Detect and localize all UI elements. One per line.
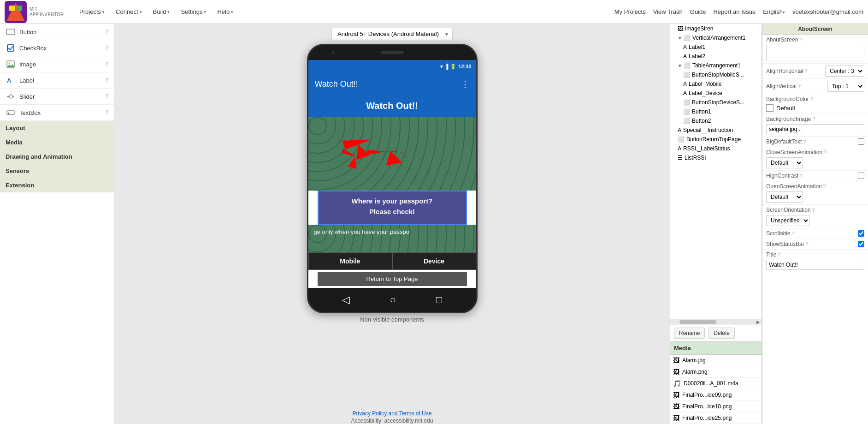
user-email[interactable]: voetexshooter@gmail.com (792, 8, 863, 15)
return-btn[interactable]: Return to Top Page (318, 272, 467, 286)
tree-item-verticalarrangement1[interactable]: ▼ ⬜ VerticalArrangement1 (670, 33, 762, 42)
label-help[interactable]: ? (105, 77, 108, 84)
image-help[interactable]: ? (105, 61, 108, 67)
collapse-ta1[interactable]: ▼ (678, 63, 682, 68)
showstatusbar-help[interactable]: ? (806, 241, 809, 247)
collapse-va1[interactable]: ▼ (678, 36, 682, 41)
logo-subtitle: APP INVENTOR (30, 12, 64, 18)
palette-image[interactable]: Image ? (0, 56, 114, 72)
checkbox-help[interactable]: ? (105, 45, 108, 51)
tree-item-labelmobile[interactable]: A Label_Mobile (670, 79, 762, 89)
title-help[interactable]: ? (778, 252, 780, 257)
tree-item-imagesiren[interactable]: 🖼 ImageSiren (670, 24, 762, 33)
media-item-alarm-png[interactable]: 🖼 Alarm.png (670, 366, 762, 378)
nav-projects[interactable]: Projects▾ (75, 6, 109, 18)
slider-help[interactable]: ? (105, 93, 108, 100)
button-icon (6, 27, 16, 37)
scrollable-help[interactable]: ? (792, 231, 795, 236)
delete-button[interactable]: Delete (709, 328, 735, 339)
tree-item-labeldevice[interactable]: A Label_Device (670, 89, 762, 98)
tree-item-label1[interactable]: A Label1 (670, 42, 762, 52)
tree-scroll-right-arrow[interactable]: ▶ (755, 319, 761, 325)
alignhorizontal-select[interactable]: Center : 3 (825, 66, 864, 77)
tree-item-label2[interactable]: A Label2 (670, 52, 762, 61)
my-projects-link[interactable]: My Projects (614, 8, 646, 15)
media-image-icon-2: 🖼 (673, 368, 679, 376)
scrollable-checkbox[interactable] (858, 230, 864, 237)
device-button[interactable]: Device (392, 252, 476, 270)
tree-item-listrssi[interactable]: ☰ ListRSSI (670, 153, 762, 162)
section-drawing[interactable]: Drawing and Animation (0, 149, 114, 164)
nav-build[interactable]: Build▾ (148, 6, 175, 18)
report-issue-link[interactable]: Report an Issue (713, 8, 756, 15)
bgcolor-value[interactable]: Default (766, 104, 795, 112)
view-trash-link[interactable]: View Trash (653, 8, 683, 15)
palette-checkbox[interactable]: CheckBox ? (0, 40, 114, 56)
overflow-menu-icon[interactable]: ⋮ (461, 78, 470, 90)
openscreenanim-select[interactable]: Default (766, 191, 803, 203)
media-item-audio[interactable]: 🎵 D00020ll...A_001.m4a (670, 378, 762, 389)
palette-textbox[interactable]: TextBox ? (0, 105, 114, 121)
guide-link[interactable]: Guide (690, 8, 706, 15)
recent-button[interactable]: □ (436, 294, 442, 306)
tree-item-rssllabelstatus[interactable]: A RSSL_LabelStatus (670, 144, 762, 153)
tree-horizontal-scrollbar[interactable]: ▶ (670, 319, 762, 324)
mobile-button[interactable]: Mobile (308, 252, 392, 270)
palette-button[interactable]: Button ? (0, 24, 114, 40)
highcontrast-checkbox[interactable] (858, 173, 864, 179)
home-button[interactable]: ○ (390, 294, 396, 306)
bgimage-input[interactable] (766, 124, 864, 134)
openanim-help[interactable]: ? (823, 184, 826, 189)
media-label-audio: D00020ll...A_001.m4a (684, 380, 738, 387)
button-help[interactable]: ? (105, 29, 108, 35)
tree-item-buttonstopmobiles[interactable]: ⬜ ButtonStopMobileS... (670, 70, 762, 79)
section-sensors[interactable]: Sensors (0, 164, 114, 178)
palette-label[interactable]: A Label ? (0, 72, 114, 89)
alignv-help[interactable]: ? (798, 84, 801, 89)
prop-label-title: Title ? (766, 251, 780, 258)
image-tree-icon: 🖼 (678, 25, 683, 32)
svg-rect-2 (9, 6, 15, 11)
alignvertical-select[interactable]: Top : 1 (827, 81, 864, 92)
aboutscreen-input[interactable] (766, 45, 864, 61)
rename-button[interactable]: Rename (674, 328, 705, 339)
showstatusbar-checkbox[interactable] (858, 241, 864, 247)
tree-item-buttonreturntoppage[interactable]: ⬜ ButtonReturnTopPage (670, 135, 762, 144)
device-select-wrapper[interactable]: Android 5+ Devices (Android Material) (331, 28, 453, 40)
highcontrast-help[interactable]: ? (800, 173, 803, 179)
screenorientation-select[interactable]: Unspecified (766, 215, 810, 226)
nav-help[interactable]: Help▾ (213, 6, 238, 18)
bgcolor-help[interactable]: ? (810, 96, 813, 102)
bigdefaulttext-checkbox[interactable] (858, 138, 864, 145)
section-layout[interactable]: Layout (0, 121, 114, 135)
title-input[interactable] (766, 260, 864, 270)
bgimage-help[interactable]: ? (812, 116, 815, 122)
logo[interactable]: MIT APP INVENTOR (5, 1, 64, 23)
textbox-help[interactable]: ? (105, 109, 108, 116)
media-item-finalpro10[interactable]: 🖼 FinalPro...ide10.png (670, 401, 762, 412)
language-selector[interactable]: English▾ (763, 8, 785, 15)
palette-slider[interactable]: Slider ? (0, 89, 114, 105)
device-select[interactable]: Android 5+ Devices (Android Material) (331, 28, 453, 40)
tree-item-buttonstopdevices[interactable]: ⬜ ButtonStopDeviceS... (670, 98, 762, 107)
alignh-help[interactable]: ? (805, 68, 808, 74)
nav-connect[interactable]: Connect▾ (111, 6, 146, 18)
tree-item-button2[interactable]: ⬜ Button2 (670, 116, 762, 125)
bigdefault-help[interactable]: ? (803, 139, 806, 144)
section-extension[interactable]: Extension (0, 178, 114, 192)
media-item-finalpro09[interactable]: 🖼 FinalPro...ide09.png (670, 389, 762, 401)
aboutscreen-help[interactable]: ? (799, 37, 802, 42)
tree-item-tablearrangement1[interactable]: ▼ ⬜ TableArrangement1 (670, 61, 762, 70)
back-button[interactable]: ◁ (342, 294, 350, 306)
media-item-alarm-jpg[interactable]: 🖼 Alarm.jpg (670, 355, 762, 366)
tree-item-specialinstruction[interactable]: A Special__Instruction (670, 125, 762, 135)
screenorient-help[interactable]: ? (812, 207, 815, 213)
media-item-finalpro25[interactable]: 🖼 FinalPro...ide25.png (670, 412, 762, 424)
closescreenanim-select[interactable]: Default (766, 157, 803, 168)
closeanim-help[interactable]: ? (824, 149, 827, 155)
section-media[interactable]: Media (0, 135, 114, 149)
nav-settings[interactable]: Settings▾ (176, 6, 211, 18)
tree-item-button1[interactable]: ⬜ Button1 (670, 107, 762, 116)
privacy-link[interactable]: Privacy Policy and Terms of Use (353, 410, 432, 417)
tree-label-buttonstopmobiles: ButtonStopMobileS... (692, 72, 744, 78)
